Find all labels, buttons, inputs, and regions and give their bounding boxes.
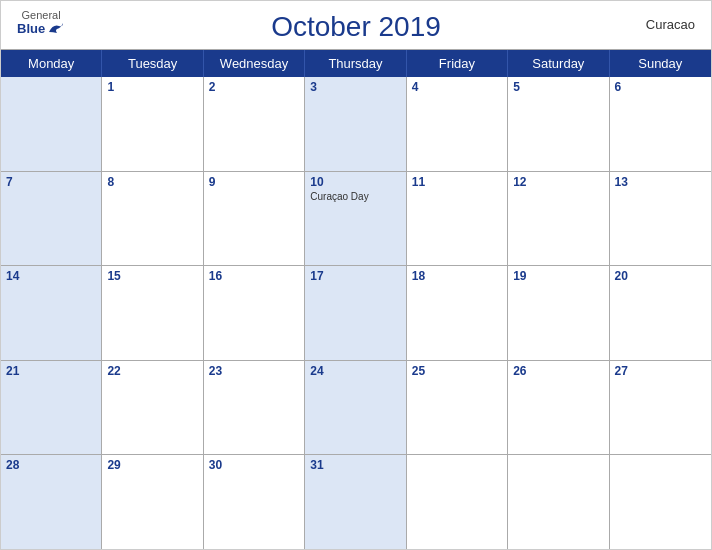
day-cell: 15 <box>102 266 203 360</box>
day-cell: 12 <box>508 172 609 266</box>
day-cell <box>407 455 508 549</box>
calendar-grid: MondayTuesdayWednesdayThursdayFridaySatu… <box>1 49 711 549</box>
month-title: October 2019 <box>271 11 441 43</box>
day-cell <box>508 455 609 549</box>
day-number: 6 <box>615 80 706 94</box>
day-cell <box>610 455 711 549</box>
day-cell: 2 <box>204 77 305 171</box>
day-number: 9 <box>209 175 299 189</box>
weeks-container: 12345678910Curaçao Day111213141516171819… <box>1 77 711 549</box>
day-cell: 11 <box>407 172 508 266</box>
day-number: 16 <box>209 269 299 283</box>
day-cell: 27 <box>610 361 711 455</box>
event-label: Curaçao Day <box>310 191 400 202</box>
day-number: 10 <box>310 175 400 189</box>
day-header-sunday: Sunday <box>610 50 711 77</box>
day-number: 23 <box>209 364 299 378</box>
logo-bird-icon <box>47 22 65 36</box>
day-number: 8 <box>107 175 197 189</box>
week-row-4: 21222324252627 <box>1 361 711 456</box>
day-cell: 9 <box>204 172 305 266</box>
day-cell: 8 <box>102 172 203 266</box>
day-cell: 10Curaçao Day <box>305 172 406 266</box>
day-cell: 29 <box>102 455 203 549</box>
day-number: 28 <box>6 458 96 472</box>
day-cell: 25 <box>407 361 508 455</box>
week-row-5: 28293031 <box>1 455 711 549</box>
day-cell: 3 <box>305 77 406 171</box>
day-number: 11 <box>412 175 502 189</box>
day-number: 14 <box>6 269 96 283</box>
day-number: 30 <box>209 458 299 472</box>
day-header-wednesday: Wednesday <box>204 50 305 77</box>
day-cell: 22 <box>102 361 203 455</box>
country-label: Curacao <box>646 17 695 32</box>
day-number: 27 <box>615 364 706 378</box>
day-number: 31 <box>310 458 400 472</box>
week-row-3: 14151617181920 <box>1 266 711 361</box>
day-cell: 7 <box>1 172 102 266</box>
day-cell: 28 <box>1 455 102 549</box>
day-headers: MondayTuesdayWednesdayThursdayFridaySatu… <box>1 50 711 77</box>
day-cell: 31 <box>305 455 406 549</box>
day-cell: 24 <box>305 361 406 455</box>
day-number: 25 <box>412 364 502 378</box>
day-cell: 17 <box>305 266 406 360</box>
day-header-thursday: Thursday <box>305 50 406 77</box>
day-cell: 14 <box>1 266 102 360</box>
day-cell: 20 <box>610 266 711 360</box>
day-number: 7 <box>6 175 96 189</box>
day-cell: 6 <box>610 77 711 171</box>
logo-blue: Blue <box>17 21 65 36</box>
day-number: 2 <box>209 80 299 94</box>
day-cell <box>1 77 102 171</box>
day-number: 13 <box>615 175 706 189</box>
logo: General Blue <box>17 9 65 36</box>
day-number: 24 <box>310 364 400 378</box>
day-header-saturday: Saturday <box>508 50 609 77</box>
day-cell: 23 <box>204 361 305 455</box>
week-row-2: 78910Curaçao Day111213 <box>1 172 711 267</box>
day-cell: 19 <box>508 266 609 360</box>
calendar: General Blue October 2019 Curacao Monday… <box>0 0 712 550</box>
day-cell: 13 <box>610 172 711 266</box>
day-cell: 26 <box>508 361 609 455</box>
day-number: 21 <box>6 364 96 378</box>
day-cell: 21 <box>1 361 102 455</box>
day-number: 18 <box>412 269 502 283</box>
day-number: 19 <box>513 269 603 283</box>
day-cell: 1 <box>102 77 203 171</box>
day-number: 4 <box>412 80 502 94</box>
day-cell: 5 <box>508 77 609 171</box>
day-number: 26 <box>513 364 603 378</box>
day-header-monday: Monday <box>1 50 102 77</box>
day-header-friday: Friday <box>407 50 508 77</box>
day-cell: 4 <box>407 77 508 171</box>
calendar-header: General Blue October 2019 Curacao <box>1 1 711 49</box>
day-number: 29 <box>107 458 197 472</box>
day-cell: 30 <box>204 455 305 549</box>
day-number: 15 <box>107 269 197 283</box>
day-number: 22 <box>107 364 197 378</box>
day-number: 20 <box>615 269 706 283</box>
day-number: 1 <box>107 80 197 94</box>
day-cell: 16 <box>204 266 305 360</box>
day-number: 12 <box>513 175 603 189</box>
day-cell: 18 <box>407 266 508 360</box>
week-row-1: 123456 <box>1 77 711 172</box>
day-number: 17 <box>310 269 400 283</box>
logo-general: General <box>22 9 61 21</box>
day-number: 5 <box>513 80 603 94</box>
day-number: 3 <box>310 80 400 94</box>
day-header-tuesday: Tuesday <box>102 50 203 77</box>
